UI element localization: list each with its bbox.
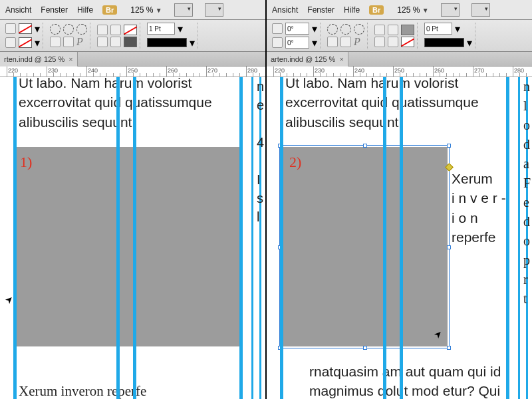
stroke-dd[interactable]: ▾ <box>35 37 40 49</box>
column-guide[interactable] <box>400 77 403 399</box>
fx-icon[interactable] <box>97 25 108 35</box>
fx3-icon[interactable] <box>97 37 108 47</box>
control-panel: 0°▾ 0°▾ P 0 Pt▾ ▾ <box>267 20 532 52</box>
body-text: Ut labo. Nam harum volorist excerrovitat… <box>19 77 245 132</box>
fill-dd[interactable]: ▾ <box>35 23 40 35</box>
menu-help[interactable]: Hilfe <box>77 5 93 15</box>
stroke-style-dropdown[interactable] <box>424 38 464 47</box>
menu-window[interactable]: Fenster <box>41 5 68 15</box>
close-tab-icon[interactable]: × <box>339 52 343 66</box>
align-left-icon[interactable] <box>5 23 16 34</box>
placeholder-frame[interactable] <box>13 147 239 346</box>
corner2-icon[interactable] <box>63 37 74 47</box>
b-icon[interactable] <box>388 25 398 35</box>
shear-icon[interactable] <box>272 37 283 48</box>
column-guide[interactable] <box>133 77 136 399</box>
horizontal-ruler[interactable]: 220230240250260270280 <box>0 66 265 77</box>
column-guide[interactable] <box>251 77 253 399</box>
menu-help[interactable]: Hilfe <box>344 5 360 15</box>
document-tabs: arten.indd @ 125 %× <box>267 52 532 66</box>
wrap-jump-icon[interactable] <box>76 24 87 35</box>
document-canvas[interactable]: Ut labo. Nam harum volorist excerrovitat… <box>0 77 265 399</box>
select-next-icon[interactable] <box>340 37 351 47</box>
annotation-1: 1) <box>20 154 32 171</box>
paragraph-icon: P <box>76 36 83 48</box>
a-icon[interactable] <box>374 25 385 35</box>
column-guide[interactable] <box>239 77 243 399</box>
screen-mode-dropdown[interactable] <box>441 3 460 17</box>
rotation-field[interactable]: 0° <box>285 23 309 35</box>
menu-window[interactable]: Fenster <box>307 5 334 15</box>
edge-text: ne 4I sl <box>257 77 265 226</box>
column-guide[interactable] <box>116 77 120 399</box>
rotate-icon[interactable] <box>272 23 283 34</box>
fx4-icon[interactable] <box>110 37 121 47</box>
zoom-level[interactable]: 125 % ▼ <box>130 5 162 15</box>
align-center-icon[interactable] <box>5 37 16 48</box>
fill-swatch-r[interactable] <box>401 25 414 35</box>
column-guide[interactable] <box>506 77 509 399</box>
column-guide[interactable] <box>383 77 386 399</box>
no-effect-icon[interactable] <box>124 25 137 35</box>
flip-h-icon[interactable] <box>327 24 338 35</box>
document-tab[interactable]: arten.indd @ 125 %× <box>267 52 348 66</box>
opacity-swatch[interactable] <box>124 37 137 47</box>
menu-view[interactable]: Ansicht <box>5 5 31 15</box>
stroke-weight-field[interactable]: 1 Pt <box>147 23 175 35</box>
c-icon[interactable] <box>374 37 385 47</box>
zoom-level[interactable]: 125 % ▼ <box>397 5 428 15</box>
flip-v-icon[interactable] <box>340 24 351 35</box>
edge-text: nlodaFedoprt <box>523 77 531 309</box>
menu-bar: Ansicht Fenster Hilfe Br 125 % ▼ <box>267 0 532 20</box>
wrap-none-icon[interactable] <box>50 24 61 35</box>
menu-bar: Ansicht Fenster Hilfe Br 125 % ▼ <box>0 0 265 20</box>
rotate-cw-icon[interactable] <box>354 24 364 35</box>
stroke-swatch[interactable] <box>19 37 32 48</box>
stroke-style-dropdown[interactable] <box>147 38 187 47</box>
column-guide[interactable] <box>13 77 17 399</box>
placeholder-frame[interactable] <box>281 147 448 346</box>
body-text-below: rnatquasim am aut quam qui id magnimus d… <box>309 362 515 399</box>
screen-mode-dropdown[interactable] <box>174 3 193 17</box>
body-text: Ut labo. Nam harum volorist excerrovitat… <box>285 77 511 132</box>
wrap-around-icon[interactable] <box>63 24 74 35</box>
paragraph-icon: P <box>354 36 360 48</box>
horizontal-ruler[interactable]: 220230240250260270280 <box>267 66 532 77</box>
column-guide[interactable] <box>280 77 283 399</box>
document-tabs: rten.indd @ 125 %× <box>0 52 265 66</box>
column-guide[interactable] <box>518 77 520 399</box>
arrange-dropdown[interactable] <box>471 3 490 17</box>
select-prev-icon[interactable] <box>327 37 338 47</box>
annotation-2: 2) <box>289 154 301 171</box>
corner-icon[interactable] <box>50 37 61 47</box>
d-icon[interactable] <box>388 37 398 47</box>
document-tab[interactable]: rten.indd @ 125 %× <box>0 52 78 66</box>
control-panel: ▾ ▾ P 1 Pt▾ ▾ <box>0 20 265 52</box>
fx2-icon[interactable] <box>110 25 121 35</box>
stroke-swatch-r[interactable] <box>401 37 414 47</box>
document-canvas[interactable]: Ut labo. Nam harum volorist excerrovitat… <box>267 77 532 399</box>
wrapped-text: Xerum i n v e r - i o n reperfe <box>452 169 510 247</box>
arrange-dropdown[interactable] <box>205 3 223 17</box>
menu-view[interactable]: Ansicht <box>272 5 298 15</box>
fill-swatch[interactable] <box>19 23 32 34</box>
body-text-below: Xerum inveron reperfe <box>19 382 245 399</box>
bridge-icon[interactable]: Br <box>102 5 117 15</box>
shear-field[interactable]: 0° <box>285 37 309 49</box>
stroke-weight-field[interactable]: 0 Pt <box>424 23 452 35</box>
close-tab-icon[interactable]: × <box>68 52 72 66</box>
bridge-icon[interactable]: Br <box>369 5 384 15</box>
